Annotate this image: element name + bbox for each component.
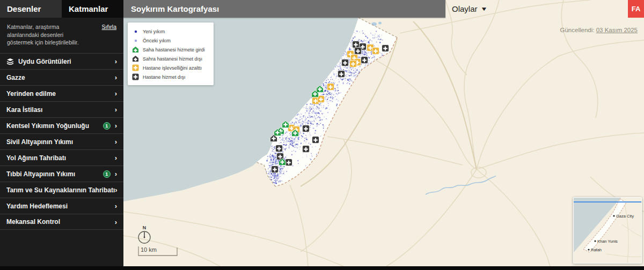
- sidebar-item-label: Tıbbi Altyapının Yıkımı: [6, 170, 75, 178]
- marker-dark-square[interactable]: [355, 48, 362, 55]
- legend-label: Sahra hastanesi hizmet dışı: [143, 56, 202, 62]
- sidebar-item-label: Sivil Altyapının Yıkımı: [6, 138, 73, 146]
- chevron-right-icon: ›: [115, 74, 117, 81]
- new-destruction-dot-icon: [133, 29, 138, 34]
- legend-label: Hastane işlevselliğini azalttı: [143, 65, 202, 71]
- chevron-right-icon: ›: [115, 202, 117, 209]
- legend-label: Saha hastanesi hizmete girdi: [143, 47, 205, 52]
- page-title: Soykırım Kartografyası: [131, 4, 219, 13]
- tab-patterns[interactable]: Desenler: [0, 0, 62, 18]
- chevron-right-icon: ›: [115, 170, 117, 177]
- marker-dark-square[interactable]: [286, 159, 292, 166]
- updated-date-link[interactable]: 03 Kasım 2025: [596, 27, 638, 33]
- sidebar-item-label: Uydu Görüntüleri: [18, 58, 71, 65]
- sidebar-item-2[interactable]: Yerinden edilme›: [0, 85, 123, 101]
- chevron-right-icon: ›: [115, 186, 117, 193]
- inset-city-label: Gaza City: [616, 214, 634, 219]
- marker-dark-square[interactable]: [303, 125, 310, 132]
- marker-dark-square[interactable]: [382, 45, 389, 52]
- map-pond: [378, 22, 382, 25]
- map-legend: Yeni yıkımÖnceki yıkımSaha hastanesi hiz…: [128, 22, 214, 85]
- marker-dark-square[interactable]: [303, 146, 310, 153]
- marker-yellow-square[interactable]: [372, 48, 379, 55]
- chevron-right-icon: ›: [115, 58, 117, 65]
- sidebar-item-3[interactable]: Kara İstilası›: [0, 101, 123, 117]
- events-dropdown-label: Olaylar: [452, 4, 478, 13]
- hospital-reduced-icon: [132, 64, 139, 71]
- scale-bar-label: 10 km: [141, 246, 157, 253]
- layers-icon: [6, 58, 14, 65]
- chevron-right-icon: ›: [115, 138, 117, 145]
- tab-layers[interactable]: Katmanlar: [62, 0, 123, 18]
- inset-city-label: Khan Yunis: [597, 239, 618, 244]
- sidebar-item-0[interactable]: Uydu Görüntüleri›: [0, 53, 123, 69]
- app: Desenler Katmanlar Katmanlar, araştırma …: [0, 0, 644, 270]
- sidebar-item-label: Yerinden edilme: [6, 90, 56, 98]
- layer-count-badge: 1: [103, 170, 111, 178]
- sidebar-item-10[interactable]: Mekansal Kontrol›: [0, 214, 123, 230]
- marker-dark-square[interactable]: [338, 71, 345, 78]
- inset-city-label: Rafah: [591, 248, 602, 252]
- marker-dark-square[interactable]: [361, 57, 368, 64]
- sidebar-description-text: Katmanlar, araştırma alanlarındaki desen…: [7, 23, 87, 47]
- overview-inset-map[interactable]: Gaza CityKhan YunisRafah: [573, 197, 642, 264]
- updated-status: Güncellendi: 03 Kasım 2025: [542, 27, 638, 33]
- sidebar-item-label: Kentsel Yıkımın Yoğunluğu: [6, 122, 89, 130]
- chevron-right-icon: ›: [115, 154, 117, 161]
- legend-row: Hastane işlevselliğini azalttı: [132, 63, 209, 72]
- field-hospital-open-icon: [132, 46, 139, 53]
- legend-row: Yeni yıkım: [132, 27, 209, 36]
- chevron-right-icon: ›: [115, 219, 117, 226]
- legend-label: Yeni yıkım: [143, 29, 165, 34]
- sidebar-item-label: Yardım Hedeflemesi: [6, 202, 68, 210]
- sidebar-item-label: Kara İstilası: [6, 106, 42, 114]
- sidebar-item-label: Yol Ağının Tahribatı: [6, 154, 66, 162]
- legend-label: Hastane hizmet dışı: [143, 74, 186, 80]
- chevron-right-icon: ›: [115, 122, 117, 129]
- sidebar-item-label: Mekansal Kontrol: [6, 218, 60, 226]
- previous-destruction-dot-icon: [133, 38, 138, 43]
- marker-dark-square[interactable]: [312, 137, 319, 144]
- events-dropdown[interactable]: Olaylar ▼: [452, 0, 486, 18]
- sidebar-item-1[interactable]: Gazze›: [0, 69, 123, 85]
- legend-row: Sahra hastanesi hizmet dışı: [132, 54, 209, 63]
- sidebar-item-5[interactable]: Sivil Altyapının Yıkımı›: [0, 133, 123, 149]
- bottom-bar: [0, 266, 644, 270]
- updated-label: Güncellendi:: [560, 27, 596, 33]
- sidebar-item-label: Tarım ve Su Kaynaklarının Tahribatı: [6, 186, 115, 194]
- legend-row: Hastane hizmet dışı: [132, 72, 209, 81]
- sidebar-item-4[interactable]: Kentsel Yıkımın Yoğunluğu1›: [0, 117, 123, 133]
- chevron-down-icon: ▼: [480, 6, 488, 12]
- marker-dark-square[interactable]: [353, 41, 360, 48]
- sidebar-item-6[interactable]: Yol Ağının Tahribatı›: [0, 149, 123, 166]
- hospital-out-of-service-icon: [132, 73, 139, 80]
- layer-count-badge: 1: [103, 122, 111, 130]
- marker-dark-square[interactable]: [342, 59, 349, 66]
- sidebar-item-8[interactable]: Tarım ve Su Kaynaklarının Tahribatı›: [0, 182, 123, 198]
- scale-bar: 10 km: [137, 241, 179, 259]
- marker-dark-square[interactable]: [276, 145, 283, 152]
- sidebar-tabs: Desenler Katmanlar: [0, 0, 123, 18]
- field-hospital-closed-icon: [132, 55, 139, 62]
- marker-yellow-square[interactable]: [327, 84, 334, 91]
- fa-logo[interactable]: FA: [628, 0, 644, 18]
- sidebar: Desenler Katmanlar Katmanlar, araştırma …: [0, 0, 123, 266]
- layer-list: Uydu Görüntüleri›Gazze›Yerinden edilme›K…: [0, 53, 123, 230]
- legend-row: Saha hastanesi hizmete girdi: [132, 45, 209, 54]
- compass-north-label: N: [135, 225, 153, 230]
- legend-label: Önceki yıkım: [143, 38, 171, 43]
- chevron-right-icon: ›: [115, 90, 117, 97]
- chevron-right-icon: ›: [115, 106, 117, 113]
- reset-link[interactable]: Sıfırla: [102, 23, 116, 31]
- sidebar-description: Katmanlar, araştırma alanlarındaki desen…: [0, 18, 123, 53]
- sidebar-item-9[interactable]: Yardım Hedeflemesi›: [0, 198, 123, 214]
- marker-yellow-square[interactable]: [350, 61, 357, 68]
- sidebar-item-label: Gazze: [6, 74, 25, 81]
- marker-dark-square[interactable]: [272, 166, 279, 173]
- legend-row: Önceki yıkım: [132, 36, 209, 45]
- page-header: Soykırım Kartografyası: [123, 0, 445, 18]
- sidebar-item-7[interactable]: Tıbbi Altyapının Yıkımı1›: [0, 166, 123, 182]
